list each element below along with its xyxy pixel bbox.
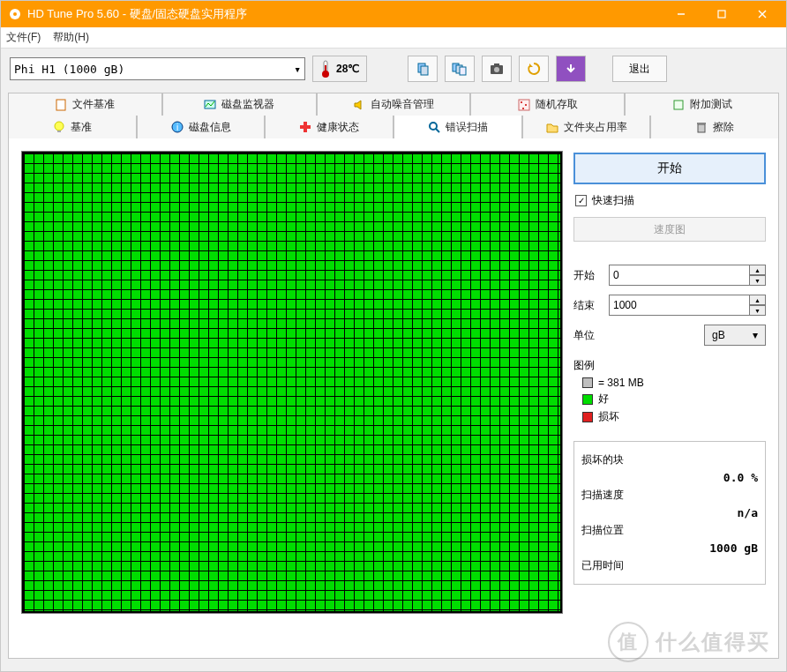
scan-map-grid [24, 153, 560, 611]
spin-up-icon[interactable]: ▲ [750, 295, 766, 305]
damaged-blocks-label: 损坏的块 [581, 452, 758, 467]
svg-rect-19 [519, 100, 529, 110]
tab-health[interactable]: 健康状态 [265, 116, 394, 138]
svg-rect-10 [421, 66, 428, 75]
scan-position-value: 1000 gB [581, 541, 758, 555]
swatch-bad [582, 412, 593, 422]
menu-help[interactable]: 帮助(H) [53, 30, 89, 45]
start-button[interactable]: 开始 [573, 153, 766, 184]
app-icon [8, 7, 22, 21]
bulb-icon [53, 121, 65, 133]
end-range-input[interactable]: ▲▼ [609, 295, 766, 316]
start-range-input[interactable]: ▲▼ [609, 265, 766, 286]
tab-error-scan[interactable]: 错误扫描 [394, 116, 522, 138]
tab-file-benchmark[interactable]: 文件基准 [8, 93, 162, 116]
speaker-icon [353, 99, 365, 111]
tab-info[interactable]: i磁盘信息 [137, 116, 266, 138]
svg-rect-25 [57, 131, 61, 132]
window-title: HD Tune Pro 5.60 - 硬盘/固态硬盘实用程序 [27, 6, 661, 22]
close-button[interactable] [742, 1, 783, 27]
temperature-value: 28℃ [336, 63, 359, 75]
legend: 图例 = 381 MB 好 损坏 [573, 358, 766, 427]
side-panel: 开始 ✓ 快速扫描 速度图 开始 ▲▼ 结束 [573, 151, 766, 646]
svg-point-30 [430, 123, 437, 130]
spin-down-icon[interactable]: ▼ [750, 305, 766, 316]
svg-rect-33 [697, 123, 706, 124]
end-range-row: 结束 ▲▼ [573, 295, 766, 316]
svg-line-31 [436, 129, 439, 132]
drive-select-value: Phi H1 (1000 gB) [14, 63, 124, 76]
menu-file[interactable]: 文件(F) [6, 30, 41, 45]
scan-position-label: 扫描位置 [581, 523, 758, 538]
speed-chart-button[interactable]: 速度图 [573, 217, 766, 242]
save-button[interactable] [556, 56, 586, 82]
temperature-display: 28℃ [312, 56, 367, 82]
spin-up-icon[interactable]: ▲ [750, 265, 766, 275]
svg-rect-32 [698, 124, 705, 132]
legend-block: = 381 MB [582, 377, 766, 389]
refresh-icon [527, 62, 541, 76]
swatch-good [582, 394, 593, 405]
copy-icon [416, 62, 430, 76]
exit-button[interactable]: 退出 [612, 56, 667, 82]
titlebar: HD Tune Pro 5.60 - 硬盘/固态硬盘实用程序 [1, 1, 786, 27]
spin-down-icon[interactable]: ▼ [750, 275, 766, 286]
download-arrow-icon [565, 63, 577, 75]
start-range-field[interactable] [609, 265, 750, 286]
random-icon [518, 99, 530, 111]
tab-folder-usage[interactable]: 文件夹占用率 [522, 116, 651, 138]
elapsed-time-label: 已用时间 [581, 558, 758, 573]
unit-label: 单位 [573, 328, 603, 343]
svg-point-21 [525, 104, 527, 106]
svg-rect-23 [674, 101, 683, 109]
folder-icon [546, 121, 558, 133]
multi-copy-icon [452, 62, 468, 76]
minimize-button[interactable] [661, 1, 701, 27]
drive-select[interactable]: Phi H1 (1000 gB) ▾ [10, 57, 305, 80]
end-range-field[interactable] [609, 295, 750, 316]
svg-point-1 [13, 12, 17, 16]
toolbar: Phi H1 (1000 gB) ▾ 28℃ 退出 [1, 49, 786, 89]
monitor-icon [204, 99, 216, 111]
tab-content-error-scan: 开始 ✓ 快速扫描 速度图 开始 ▲▼ 结束 [8, 138, 779, 659]
copy-button[interactable] [408, 56, 438, 82]
svg-point-15 [494, 67, 499, 72]
screenshot-button[interactable] [482, 56, 512, 82]
scan-speed-label: 扫描速度 [581, 488, 758, 503]
thermometer-icon [320, 60, 331, 78]
svg-point-22 [522, 108, 524, 109]
svg-rect-17 [56, 100, 65, 110]
exit-label: 退出 [629, 62, 650, 77]
magnifier-icon [428, 121, 440, 133]
copy-all-button[interactable] [445, 56, 475, 82]
stats-box: 损坏的块 0.0 % 扫描速度 n/a 扫描位置 1000 gB 已用时间 [573, 441, 766, 585]
scan-map [21, 151, 563, 614]
tab-row-2: 基准 i磁盘信息 健康状态 错误扫描 文件夹占用率 擦除 [8, 116, 779, 138]
tab-benchmark[interactable]: 基准 [8, 116, 137, 138]
maximize-button[interactable] [701, 1, 742, 27]
legend-title: 图例 [573, 358, 766, 373]
info-icon: i [171, 121, 184, 133]
unit-select[interactable]: gB ▾ [704, 325, 766, 346]
start-range-row: 开始 ▲▼ [573, 265, 766, 286]
tab-extra-tests[interactable]: 附加测试 [625, 93, 779, 116]
svg-rect-16 [494, 63, 499, 66]
tab-disk-monitor[interactable]: 磁盘监视器 [162, 93, 317, 116]
damaged-blocks-value: 0.0 % [581, 471, 758, 484]
svg-rect-29 [300, 125, 311, 129]
extra-icon [672, 99, 685, 111]
tab-aam[interactable]: 自动噪音管理 [317, 93, 471, 116]
trash-icon [695, 121, 708, 133]
svg-point-24 [55, 122, 64, 131]
file-icon [55, 99, 67, 111]
svg-rect-8 [325, 65, 326, 73]
tab-random-access[interactable]: 随机存取 [470, 93, 625, 116]
chevron-down-icon: ▾ [294, 63, 301, 76]
quick-scan-checkbox[interactable]: ✓ 快速扫描 [575, 193, 766, 208]
refresh-button[interactable] [519, 56, 549, 82]
svg-point-20 [521, 101, 522, 103]
legend-good: 好 [582, 392, 766, 407]
svg-rect-3 [718, 11, 725, 18]
tab-erase[interactable]: 擦除 [650, 116, 779, 138]
health-icon [299, 121, 311, 133]
